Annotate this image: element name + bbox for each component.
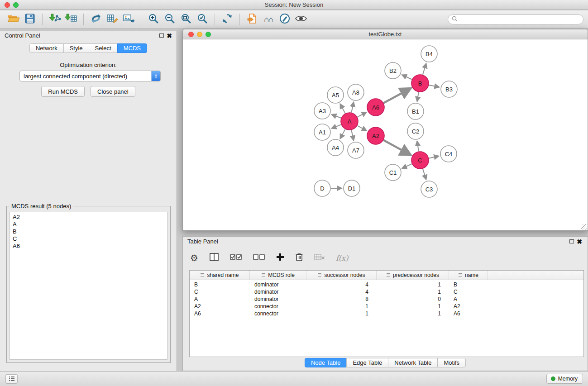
table-row[interactable]: A2connector11A2 — [190, 303, 583, 310]
home-view-button[interactable]: ⌂⌂ — [260, 12, 277, 27]
delete-table-button[interactable] — [314, 253, 325, 263]
search-input[interactable] — [459, 15, 583, 24]
result-item[interactable]: A2 — [13, 214, 167, 221]
result-item[interactable]: A6 — [13, 243, 167, 250]
task-history-button[interactable] — [5, 374, 18, 384]
edge-B-B4[interactable] — [423, 63, 426, 75]
import-table-button[interactable] — [63, 12, 79, 27]
float-panel-button[interactable] — [159, 33, 164, 38]
function-builder-button[interactable]: f(x) — [336, 254, 348, 262]
cell[interactable]: A6 — [190, 310, 250, 317]
cell[interactable]: B — [449, 281, 488, 288]
edge-A-A7[interactable] — [351, 130, 354, 141]
edge-C-C2[interactable] — [417, 141, 419, 152]
table-row[interactable]: Bdominator41B — [190, 281, 583, 288]
add-column-button[interactable] — [276, 253, 284, 263]
network-close-button[interactable] — [188, 32, 194, 37]
column-header-predecessor-nodes[interactable]: predecessor nodes — [377, 271, 449, 280]
cell[interactable]: dominator — [250, 296, 306, 302]
zoom-fit-button[interactable] — [178, 12, 194, 27]
table-settings-button[interactable]: ⚙ — [190, 253, 198, 262]
cell[interactable]: A — [449, 296, 488, 302]
network-minimize-button[interactable] — [197, 32, 202, 37]
float-table-panel-button[interactable] — [569, 239, 574, 243]
cell[interactable]: C — [190, 289, 250, 295]
export-table-button[interactable] — [104, 12, 120, 27]
tab-select[interactable]: Select — [89, 43, 118, 53]
cell[interactable]: A6 — [449, 310, 488, 317]
tab-edge-table[interactable]: Edge Table — [346, 358, 388, 367]
cell[interactable]: 1 — [377, 303, 449, 310]
cell[interactable]: dominator — [250, 289, 306, 295]
cell[interactable]: 8 — [306, 296, 377, 302]
paste-button[interactable] — [244, 12, 260, 27]
column-header-name[interactable]: name — [449, 271, 488, 280]
column-header-MCDS-role[interactable]: MCDS role — [250, 271, 306, 280]
cell[interactable]: 1 — [377, 310, 449, 317]
cell[interactable]: A2 — [190, 303, 250, 310]
run-mcds-button[interactable]: Run MCDS — [41, 86, 85, 97]
cell[interactable]: 1 — [377, 289, 449, 295]
zoom-out-button[interactable] — [162, 12, 178, 27]
close-panel-icon[interactable]: ✖ — [167, 32, 172, 40]
close-table-panel-icon[interactable]: ✖ — [577, 238, 582, 246]
edge-B-B2[interactable] — [402, 75, 412, 79]
tab-network[interactable]: Network — [29, 43, 64, 53]
delete-column-button[interactable] — [295, 253, 303, 263]
result-item[interactable]: C — [13, 235, 167, 243]
network-graph[interactable]: B4B2BB3A8A5A6B1A3AC2A1A2A4A7C4CC1C3DD1 — [183, 39, 588, 230]
tab-node-table[interactable]: Node Table — [305, 358, 347, 367]
cell[interactable]: C — [449, 289, 488, 295]
tab-network-table[interactable]: Network Table — [388, 358, 438, 367]
cell[interactable]: 4 — [306, 289, 377, 295]
cell[interactable]: A — [190, 296, 250, 302]
memory-button[interactable]: Memory — [546, 374, 583, 384]
cell[interactable]: 4 — [306, 281, 377, 288]
table-row[interactable]: Cdominator41C — [190, 288, 583, 295]
column-header-successor-nodes[interactable]: successor nodes — [306, 271, 377, 280]
cell[interactable]: connector — [250, 303, 306, 310]
edge-A-A2[interactable] — [358, 126, 367, 131]
zoom-in-button[interactable] — [145, 12, 162, 27]
network-zoom-button[interactable] — [206, 32, 211, 37]
cell[interactable]: B — [190, 281, 250, 288]
cell[interactable]: connector — [250, 310, 306, 317]
network-canvas[interactable]: B4B2BB3A8A5A6B1A3AC2A1A2A4A7C4CC1C3DD1 — [182, 39, 588, 231]
tab-style[interactable]: Style — [63, 43, 89, 53]
edge-A-A6[interactable] — [358, 112, 367, 117]
tab-mcds[interactable]: MCDS — [117, 43, 147, 53]
cell[interactable]: dominator — [250, 281, 306, 288]
column-header-shared-name[interactable]: shared name — [190, 271, 250, 280]
table-row[interactable]: Adominator80A — [190, 295, 583, 303]
edge-B-B3[interactable] — [429, 85, 440, 87]
edge-B-B1[interactable] — [417, 92, 419, 102]
resize-grip-icon[interactable] — [581, 224, 587, 230]
select-all-button[interactable] — [230, 253, 242, 262]
import-network-button[interactable] — [47, 12, 63, 27]
save-session-button[interactable] — [22, 12, 38, 27]
result-item[interactable]: A — [13, 221, 167, 228]
new-network-button[interactable] — [88, 12, 104, 27]
edge-C-C3[interactable] — [423, 169, 426, 180]
cell[interactable]: 0 — [377, 296, 449, 302]
edge-A6-B[interactable] — [384, 88, 411, 103]
edge-A-A5[interactable] — [340, 104, 345, 113]
cell[interactable]: 1 — [306, 310, 377, 317]
search-field[interactable] — [448, 14, 583, 24]
cell[interactable]: 1 — [306, 303, 377, 310]
edge-C-C1[interactable] — [402, 164, 412, 168]
open-session-button[interactable] — [5, 12, 22, 27]
result-item[interactable]: B — [13, 228, 167, 235]
deselect-all-button[interactable] — [253, 253, 265, 262]
close-panel-button[interactable]: Close panel — [91, 86, 135, 97]
edge-A-A3[interactable] — [332, 114, 341, 118]
edge-A-A8[interactable] — [351, 102, 354, 113]
refresh-button[interactable] — [219, 12, 235, 27]
edge-A-A1[interactable] — [331, 124, 341, 128]
export-image-button[interactable] — [120, 12, 137, 27]
apply-style-button[interactable] — [277, 12, 293, 27]
edge-A2-C[interactable] — [384, 140, 411, 155]
close-button[interactable] — [5, 2, 10, 8]
show-columns-button[interactable] — [209, 253, 219, 263]
edge-C-C4[interactable] — [429, 156, 439, 158]
